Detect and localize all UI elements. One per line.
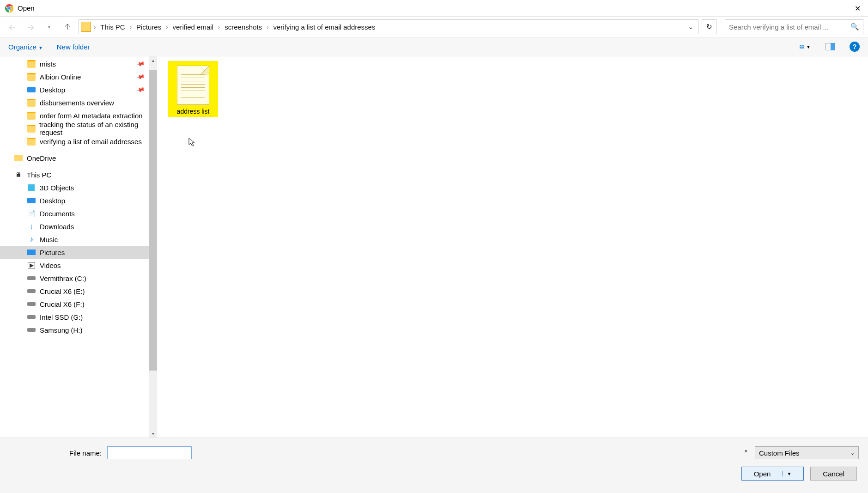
breadcrumb-item[interactable]: This PC bbox=[97, 23, 127, 31]
pic-icon bbox=[27, 248, 36, 256]
drive-icon bbox=[27, 326, 36, 334]
file-name: address list bbox=[177, 108, 210, 115]
open-button[interactable]: Open ▼ bbox=[741, 467, 804, 481]
view-mode-button[interactable]: ▼ bbox=[800, 41, 811, 52]
address-bar[interactable]: › This PC › Pictures › verified email › … bbox=[79, 19, 698, 34]
sidebar-thispc-item[interactable]: Vermithrax (C:) bbox=[0, 272, 157, 285]
sidebar-quickaccess-item[interactable]: Desktop📌 bbox=[0, 83, 157, 96]
tree-label: Downloads bbox=[40, 223, 74, 231]
sidebar-thispc-item[interactable]: Crucial X6 (F:) bbox=[0, 298, 157, 310]
scroll-up-icon[interactable]: ▴ bbox=[149, 56, 157, 64]
sidebar-thispc-item[interactable]: Music bbox=[0, 233, 157, 246]
tree-label: Desktop bbox=[40, 86, 65, 94]
pin-icon: 📌 bbox=[135, 59, 145, 69]
svg-rect-10 bbox=[831, 43, 835, 50]
sidebar-thispc-item[interactable]: 3D Objects bbox=[0, 181, 157, 194]
tree-label: order form AI metadata extraction bbox=[40, 112, 143, 120]
sidebar-thispc[interactable]: This PC bbox=[0, 168, 157, 181]
sidebar-quickaccess-item[interactable]: verifying a list of email addresses bbox=[0, 135, 157, 148]
drive-icon bbox=[27, 300, 36, 308]
folder-icon bbox=[27, 73, 36, 81]
scrollbar-thumb[interactable] bbox=[149, 70, 157, 371]
sidebar-thispc-item[interactable]: Downloads bbox=[0, 220, 157, 233]
scroll-down-icon[interactable]: ▾ bbox=[149, 430, 157, 438]
back-button[interactable]: 🡠 bbox=[5, 19, 19, 34]
chevron-right-icon[interactable]: › bbox=[128, 24, 134, 30]
folder-icon bbox=[27, 124, 36, 133]
sidebar-onedrive[interactable]: OneDrive bbox=[0, 152, 157, 164]
sidebar-thispc-item[interactable]: Intel SSD (G:) bbox=[0, 310, 157, 323]
search-input[interactable]: Search verifying a list of email ... 🔍 bbox=[725, 19, 863, 34]
sidebar-quickaccess-item[interactable]: tracking the status of an existing reque… bbox=[0, 122, 157, 135]
pin-icon: 📌 bbox=[135, 72, 145, 82]
breadcrumb-item[interactable]: verifying a list of email addresses bbox=[271, 23, 378, 31]
breadcrumb-item[interactable]: verified email bbox=[170, 23, 216, 31]
tree-label: Videos bbox=[40, 262, 61, 269]
help-button[interactable]: ? bbox=[850, 42, 860, 52]
preview-pane-button[interactable] bbox=[825, 41, 836, 52]
breadcrumb-item[interactable]: Pictures bbox=[134, 23, 164, 31]
chevron-right-icon[interactable]: › bbox=[164, 24, 170, 30]
breadcrumb-item[interactable]: screenshots bbox=[222, 23, 265, 31]
sidebar-quickaccess-item[interactable]: mists📌 bbox=[0, 57, 157, 70]
obj-icon bbox=[27, 183, 36, 192]
refresh-button[interactable]: ↻ bbox=[702, 19, 716, 34]
new-folder-button[interactable]: New folder bbox=[57, 43, 90, 51]
desktop-icon bbox=[27, 196, 36, 205]
tree-label: Pictures bbox=[40, 249, 65, 256]
close-button[interactable]: ✕ bbox=[847, 0, 868, 17]
filename-label: File name: bbox=[69, 449, 102, 457]
sidebar-thispc-item[interactable]: Pictures bbox=[0, 246, 157, 259]
tree-label: Crucial X6 (E:) bbox=[40, 287, 85, 295]
sidebar-thispc-item[interactable]: Crucial X6 (E:) bbox=[0, 285, 157, 298]
forward-button[interactable]: 🡢 bbox=[23, 19, 38, 34]
chrome-icon bbox=[5, 4, 14, 13]
address-dropdown[interactable]: ⌄ bbox=[685, 23, 696, 31]
sidebar-thispc-item[interactable]: Desktop bbox=[0, 194, 157, 207]
tree-label: 3D Objects bbox=[40, 184, 74, 192]
desktop-icon bbox=[27, 85, 36, 94]
file-item[interactable]: address list bbox=[168, 61, 218, 117]
text-file-icon bbox=[177, 66, 209, 105]
sidebar-quickaccess-item[interactable]: Albion Online📌 bbox=[0, 70, 157, 83]
tree-label: mists bbox=[40, 60, 56, 68]
up-button[interactable]: 🡡 bbox=[60, 19, 75, 34]
file-list-area[interactable]: address list bbox=[157, 56, 868, 438]
svg-rect-7 bbox=[800, 47, 802, 49]
cancel-button[interactable]: Cancel bbox=[810, 467, 857, 481]
window-title: Open bbox=[18, 4, 35, 12]
open-dropdown[interactable]: ▼ bbox=[783, 471, 791, 476]
svg-rect-5 bbox=[800, 45, 802, 47]
svg-rect-6 bbox=[802, 45, 805, 47]
recent-dropdown[interactable]: ▾ bbox=[42, 19, 56, 34]
down-icon bbox=[27, 222, 36, 231]
filename-input[interactable] bbox=[107, 446, 192, 459]
tree-label: Albion Online bbox=[40, 73, 81, 81]
filetype-select[interactable]: Custom Files ⌄ bbox=[755, 446, 859, 459]
tree-label: This PC bbox=[27, 171, 51, 179]
drive-icon bbox=[27, 287, 36, 295]
search-placeholder: Search verifying a list of email ... bbox=[729, 23, 829, 31]
tree-label: OneDrive bbox=[27, 154, 56, 162]
chevron-right-icon[interactable]: › bbox=[216, 24, 222, 30]
sidebar-thispc-item[interactable]: Documents bbox=[0, 207, 157, 220]
folder-icon bbox=[27, 98, 36, 107]
tree-label: Intel SSD (G:) bbox=[40, 313, 83, 321]
filename-dropdown[interactable]: ▾ bbox=[745, 448, 747, 454]
sidebar-quickaccess-item[interactable]: order form AI metadata extraction bbox=[0, 109, 157, 122]
sidebar-quickaccess-item[interactable]: disbursements overview bbox=[0, 96, 157, 109]
folder-icon bbox=[27, 111, 36, 120]
organize-menu[interactable]: Organize▼ bbox=[8, 43, 43, 51]
cursor-icon bbox=[188, 138, 197, 149]
sidebar-thispc-item[interactable]: Videos bbox=[0, 259, 157, 272]
chevron-right-icon[interactable]: › bbox=[265, 24, 270, 30]
bottom-panel: File name: ▾ Custom Files ⌄ Open ▼ Cance… bbox=[0, 438, 868, 493]
tree-label: disbursements overview bbox=[40, 99, 114, 107]
toolbar: Organize▼ New folder ▼ ? bbox=[0, 37, 868, 56]
tree-label: Vermithrax (C:) bbox=[40, 274, 86, 282]
sidebar-thispc-item[interactable]: Samsung (H:) bbox=[0, 323, 157, 336]
pin-icon: 📌 bbox=[135, 85, 145, 95]
chevron-right-icon[interactable]: › bbox=[92, 24, 97, 30]
drive-icon bbox=[27, 274, 36, 282]
sidebar-scrollbar[interactable]: ▴ ▾ bbox=[149, 56, 157, 438]
